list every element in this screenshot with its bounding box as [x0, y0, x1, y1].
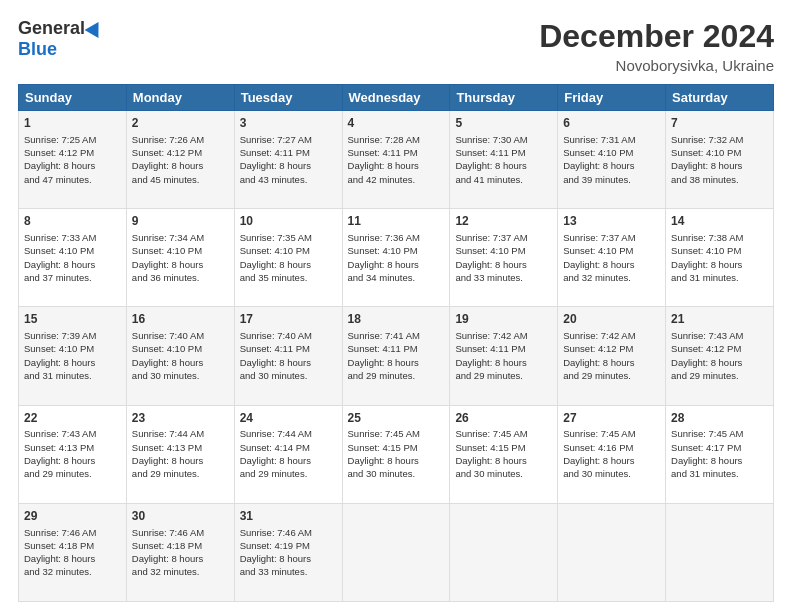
day-number: 19 — [455, 311, 552, 328]
day-of-week-header: Sunday — [19, 85, 127, 111]
calendar-day-cell: 27Sunrise: 7:45 AMSunset: 4:16 PMDayligh… — [558, 405, 666, 503]
calendar-day-cell: 31Sunrise: 7:46 AMSunset: 4:19 PMDayligh… — [234, 503, 342, 601]
day-number: 13 — [563, 213, 660, 230]
calendar-table: SundayMondayTuesdayWednesdayThursdayFrid… — [18, 84, 774, 602]
day-of-week-header: Friday — [558, 85, 666, 111]
title-block: December 2024 Novoborysivka, Ukraine — [539, 18, 774, 74]
day-number: 26 — [455, 410, 552, 427]
calendar-day-cell: 19Sunrise: 7:42 AMSunset: 4:11 PMDayligh… — [450, 307, 558, 405]
day-number: 16 — [132, 311, 229, 328]
logo-general-text: General — [18, 18, 85, 39]
day-number: 4 — [348, 115, 445, 132]
day-number: 24 — [240, 410, 337, 427]
calendar-day-cell: 30Sunrise: 7:46 AMSunset: 4:18 PMDayligh… — [126, 503, 234, 601]
day-number: 22 — [24, 410, 121, 427]
calendar-day-cell: 17Sunrise: 7:40 AMSunset: 4:11 PMDayligh… — [234, 307, 342, 405]
header: General Blue December 2024 Novoborysivka… — [18, 18, 774, 74]
day-number: 28 — [671, 410, 768, 427]
header-row: SundayMondayTuesdayWednesdayThursdayFrid… — [19, 85, 774, 111]
calendar-week-row: 22Sunrise: 7:43 AMSunset: 4:13 PMDayligh… — [19, 405, 774, 503]
day-number: 23 — [132, 410, 229, 427]
logo-blue-text: Blue — [18, 39, 57, 60]
month-title: December 2024 — [539, 18, 774, 55]
logo: General Blue — [18, 18, 103, 60]
day-number: 7 — [671, 115, 768, 132]
day-number: 3 — [240, 115, 337, 132]
calendar-day-cell: 28Sunrise: 7:45 AMSunset: 4:17 PMDayligh… — [666, 405, 774, 503]
day-number: 15 — [24, 311, 121, 328]
calendar-day-cell: 6Sunrise: 7:31 AMSunset: 4:10 PMDaylight… — [558, 111, 666, 209]
day-number: 9 — [132, 213, 229, 230]
logo-triangle-icon — [85, 17, 106, 37]
calendar-day-cell: 18Sunrise: 7:41 AMSunset: 4:11 PMDayligh… — [342, 307, 450, 405]
calendar-day-cell: 3Sunrise: 7:27 AMSunset: 4:11 PMDaylight… — [234, 111, 342, 209]
calendar-day-cell — [558, 503, 666, 601]
day-number: 18 — [348, 311, 445, 328]
calendar-day-cell: 12Sunrise: 7:37 AMSunset: 4:10 PMDayligh… — [450, 209, 558, 307]
location-title: Novoborysivka, Ukraine — [539, 57, 774, 74]
day-of-week-header: Wednesday — [342, 85, 450, 111]
day-of-week-header: Monday — [126, 85, 234, 111]
calendar-day-cell: 22Sunrise: 7:43 AMSunset: 4:13 PMDayligh… — [19, 405, 127, 503]
calendar-day-cell: 1Sunrise: 7:25 AMSunset: 4:12 PMDaylight… — [19, 111, 127, 209]
calendar-day-cell: 13Sunrise: 7:37 AMSunset: 4:10 PMDayligh… — [558, 209, 666, 307]
calendar-day-cell: 26Sunrise: 7:45 AMSunset: 4:15 PMDayligh… — [450, 405, 558, 503]
day-number: 30 — [132, 508, 229, 525]
calendar-body: 1Sunrise: 7:25 AMSunset: 4:12 PMDaylight… — [19, 111, 774, 602]
day-of-week-header: Tuesday — [234, 85, 342, 111]
calendar-day-cell: 2Sunrise: 7:26 AMSunset: 4:12 PMDaylight… — [126, 111, 234, 209]
calendar-day-cell: 9Sunrise: 7:34 AMSunset: 4:10 PMDaylight… — [126, 209, 234, 307]
calendar-day-cell: 20Sunrise: 7:42 AMSunset: 4:12 PMDayligh… — [558, 307, 666, 405]
day-number: 8 — [24, 213, 121, 230]
calendar-header: SundayMondayTuesdayWednesdayThursdayFrid… — [19, 85, 774, 111]
calendar-day-cell: 4Sunrise: 7:28 AMSunset: 4:11 PMDaylight… — [342, 111, 450, 209]
day-number: 2 — [132, 115, 229, 132]
calendar-day-cell: 7Sunrise: 7:32 AMSunset: 4:10 PMDaylight… — [666, 111, 774, 209]
calendar-day-cell: 11Sunrise: 7:36 AMSunset: 4:10 PMDayligh… — [342, 209, 450, 307]
day-number: 25 — [348, 410, 445, 427]
day-number: 1 — [24, 115, 121, 132]
day-number: 5 — [455, 115, 552, 132]
page: General Blue December 2024 Novoborysivka… — [0, 0, 792, 612]
day-number: 20 — [563, 311, 660, 328]
calendar-day-cell — [450, 503, 558, 601]
calendar-day-cell: 24Sunrise: 7:44 AMSunset: 4:14 PMDayligh… — [234, 405, 342, 503]
calendar-day-cell: 21Sunrise: 7:43 AMSunset: 4:12 PMDayligh… — [666, 307, 774, 405]
calendar: SundayMondayTuesdayWednesdayThursdayFrid… — [18, 84, 774, 602]
calendar-week-row: 15Sunrise: 7:39 AMSunset: 4:10 PMDayligh… — [19, 307, 774, 405]
day-number: 17 — [240, 311, 337, 328]
calendar-week-row: 8Sunrise: 7:33 AMSunset: 4:10 PMDaylight… — [19, 209, 774, 307]
day-number: 31 — [240, 508, 337, 525]
day-number: 6 — [563, 115, 660, 132]
calendar-day-cell: 16Sunrise: 7:40 AMSunset: 4:10 PMDayligh… — [126, 307, 234, 405]
calendar-week-row: 1Sunrise: 7:25 AMSunset: 4:12 PMDaylight… — [19, 111, 774, 209]
calendar-day-cell: 15Sunrise: 7:39 AMSunset: 4:10 PMDayligh… — [19, 307, 127, 405]
day-number: 29 — [24, 508, 121, 525]
calendar-day-cell: 10Sunrise: 7:35 AMSunset: 4:10 PMDayligh… — [234, 209, 342, 307]
day-number: 10 — [240, 213, 337, 230]
calendar-week-row: 29Sunrise: 7:46 AMSunset: 4:18 PMDayligh… — [19, 503, 774, 601]
day-number: 12 — [455, 213, 552, 230]
calendar-day-cell — [342, 503, 450, 601]
calendar-day-cell — [666, 503, 774, 601]
day-number: 14 — [671, 213, 768, 230]
calendar-day-cell: 23Sunrise: 7:44 AMSunset: 4:13 PMDayligh… — [126, 405, 234, 503]
calendar-day-cell: 14Sunrise: 7:38 AMSunset: 4:10 PMDayligh… — [666, 209, 774, 307]
calendar-day-cell: 25Sunrise: 7:45 AMSunset: 4:15 PMDayligh… — [342, 405, 450, 503]
day-of-week-header: Thursday — [450, 85, 558, 111]
calendar-day-cell: 29Sunrise: 7:46 AMSunset: 4:18 PMDayligh… — [19, 503, 127, 601]
day-number: 27 — [563, 410, 660, 427]
calendar-day-cell: 8Sunrise: 7:33 AMSunset: 4:10 PMDaylight… — [19, 209, 127, 307]
calendar-day-cell: 5Sunrise: 7:30 AMSunset: 4:11 PMDaylight… — [450, 111, 558, 209]
day-number: 21 — [671, 311, 768, 328]
day-of-week-header: Saturday — [666, 85, 774, 111]
day-number: 11 — [348, 213, 445, 230]
